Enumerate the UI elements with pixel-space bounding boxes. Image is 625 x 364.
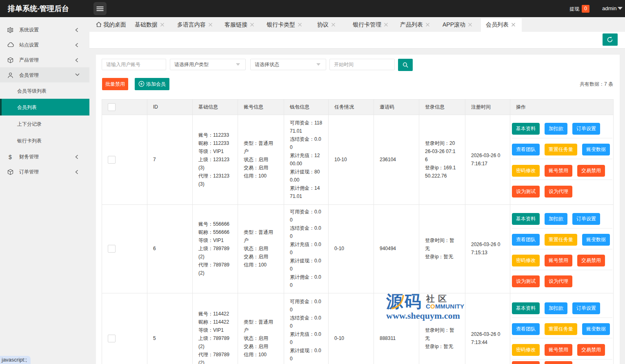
- svg-text:$: $: [9, 154, 12, 160]
